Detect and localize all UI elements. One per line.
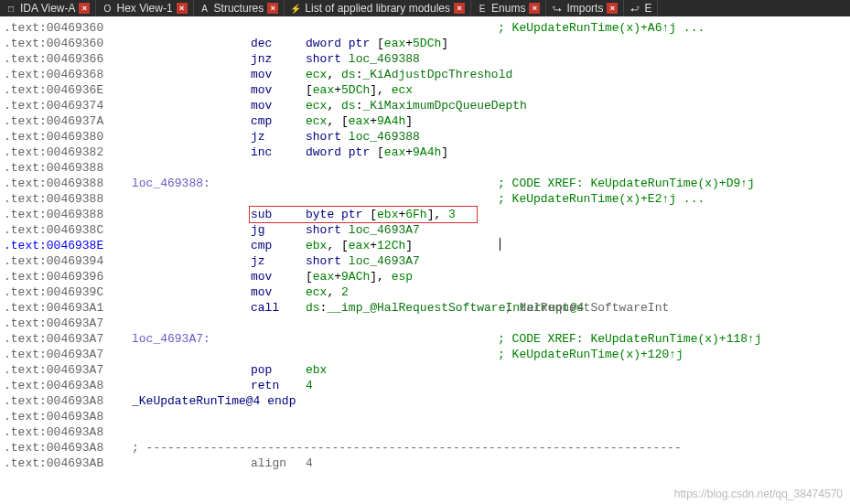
code-label: loc_469388: <box>132 176 251 191</box>
address: .text:00469396 <box>4 269 132 284</box>
operand: ds:__imp_@HalRequestSoftwareInterrupt@4 <box>306 300 498 316</box>
operand: short loc_4693A7 <box>306 253 498 269</box>
file-icon: □ <box>5 3 16 14</box>
code-line[interactable]: .text:004693A7 <box>4 316 850 331</box>
address: .text:0046939C <box>4 284 132 300</box>
operand: 4 <box>306 456 498 471</box>
close-icon[interactable]: × <box>454 3 465 14</box>
text-cursor <box>500 238 500 251</box>
code-line[interactable]: .text:004693A8 <box>4 409 850 424</box>
export-icon: ⮐ <box>629 3 640 14</box>
disassembly-view[interactable]: .text:00469360; KeUpdateRunTime(x)+A6↑j … <box>0 16 850 471</box>
code-line[interactable]: .text:004693A7popebx <box>4 362 850 378</box>
close-icon[interactable]: × <box>177 3 188 14</box>
mnemonic: align <box>251 456 306 471</box>
operand: ebx <box>306 362 498 378</box>
mnemonic: mov <box>251 82 306 98</box>
code-line[interactable]: .text:00469368movecx, ds:_KiAdjustDpcThr… <box>4 67 850 82</box>
operand: [eax+9ACh], esp <box>306 269 498 284</box>
address: .text:00469360 <box>4 36 132 51</box>
operand: short loc_469388 <box>306 129 498 145</box>
hex-icon: O <box>102 3 113 14</box>
code-line[interactable]: .text:00469388; KeUpdateRunTime(x)+E2↑j … <box>4 191 850 207</box>
comment: ; HalRequestSoftwareInt <box>498 300 669 316</box>
operand: 4 <box>306 378 498 393</box>
operand: short loc_469388 <box>306 51 498 67</box>
close-icon[interactable]: × <box>267 3 278 14</box>
operand: ecx, [eax+9A4h] <box>306 113 498 129</box>
list-icon: ⚡ <box>290 3 301 14</box>
mnemonic: mov <box>251 67 306 82</box>
code-line[interactable]: .text:00469388subbyte ptr [ebx+6Fh], 3 <box>4 207 850 222</box>
tab-bar: □IDA View-A × OHex View-1 × AStructures … <box>0 0 850 16</box>
operand: short loc_4693A7 <box>306 222 498 238</box>
tab-exports[interactable]: ⮐E <box>624 0 658 16</box>
separator: ; --------------------------------------… <box>132 440 682 456</box>
address: .text:004693A7 <box>4 316 132 331</box>
address: .text:0046937A <box>4 113 132 129</box>
address: .text:00469388 <box>4 160 132 176</box>
operand: [eax+5DCh], ecx <box>306 82 498 98</box>
close-icon[interactable]: × <box>607 3 618 14</box>
mnemonic: retn <box>251 378 306 393</box>
address: .text:0046936E <box>4 82 132 98</box>
code-line[interactable]: .text:00469360decdword ptr [eax+5DCh] <box>4 36 850 51</box>
code-line[interactable]: .text:004693A1callds:__imp_@HalRequestSo… <box>4 300 850 316</box>
mnemonic: cmp <box>251 113 306 129</box>
code-line[interactable]: .text:004693A8retn4 <box>4 378 850 393</box>
code-line[interactable]: .text:00469360; KeUpdateRunTime(x)+A6↑j … <box>4 20 850 36</box>
operand: ecx, ds:_KiMaximumDpcQueueDepth <box>306 98 498 113</box>
code-line[interactable]: .text:00469374movecx, ds:_KiMaximumDpcQu… <box>4 98 850 113</box>
tab-imports[interactable]: ⮑Imports × <box>546 0 624 16</box>
code-line[interactable]: .text:00469388loc_469388:; CODE XREF: Ke… <box>4 176 850 191</box>
close-icon[interactable]: × <box>529 3 540 14</box>
mnemonic: jz <box>251 129 306 145</box>
code-line[interactable]: .text:0046938Cjgshort loc_4693A7 <box>4 222 850 238</box>
address: .text:00469360 <box>4 20 132 36</box>
code-line[interactable]: .text:004693ABalign4 <box>4 456 850 471</box>
code-line[interactable]: .text:004693A8; ------------------------… <box>4 440 850 456</box>
import-icon: ⮑ <box>552 3 563 14</box>
operand: byte ptr [ebx+6Fh], 3 <box>306 207 498 222</box>
comment: ; KeUpdateRunTime(x)+A6↑j ... <box>498 20 705 36</box>
mnemonic: inc <box>251 145 306 160</box>
address: .text:004693A8 <box>4 393 132 409</box>
code-line[interactable]: .text:00469380jzshort loc_469388 <box>4 129 850 145</box>
code-line[interactable]: .text:00469366jnzshort loc_469388 <box>4 51 850 67</box>
address: .text:004693A8 <box>4 378 132 393</box>
tab-structures[interactable]: AStructures × <box>194 0 285 16</box>
comment: ; CODE XREF: KeUpdateRunTime(x)+118↑j <box>498 331 762 347</box>
code-line[interactable]: .text:0046937Acmpecx, [eax+9A4h] <box>4 113 850 129</box>
tab-ida-view[interactable]: □IDA View-A × <box>0 0 96 16</box>
operand: dword ptr [eax+5DCh] <box>306 36 498 51</box>
tab-library-modules[interactable]: ⚡List of applied library modules × <box>285 0 471 16</box>
address: .text:00469388 <box>4 191 132 207</box>
mnemonic: dec <box>251 36 306 51</box>
code-line[interactable]: .text:00469388 <box>4 160 850 176</box>
comment: ; KeUpdateRunTime(x)+E2↑j ... <box>498 191 705 207</box>
code-line[interactable]: .text:00469382incdword ptr [eax+9A4h] <box>4 145 850 160</box>
code-line[interactable]: .text:0046939Cmovecx, 2 <box>4 284 850 300</box>
address: .text:00469380 <box>4 129 132 145</box>
tab-enums[interactable]: EEnums × <box>471 0 546 16</box>
enum-icon: E <box>477 3 488 14</box>
operand: ecx, ds:_KiAdjustDpcThreshold <box>306 67 498 82</box>
code-line[interactable]: .text:004693A8 <box>4 424 850 440</box>
code-line[interactable]: .text:0046936Emov[eax+5DCh], ecx <box>4 82 850 98</box>
address: .text:00469382 <box>4 145 132 160</box>
code-line[interactable]: .text:004693A7loc_4693A7:; CODE XREF: Ke… <box>4 331 850 347</box>
code-line[interactable]: .text:0046938Ecmpebx, [eax+12Ch] <box>4 238 850 253</box>
code-line[interactable]: .text:00469394jzshort loc_4693A7 <box>4 253 850 269</box>
tab-hex-view[interactable]: OHex View-1 × <box>96 0 193 16</box>
address: .text:004693A7 <box>4 362 132 378</box>
address: .text:004693A7 <box>4 331 132 347</box>
code-line[interactable]: .text:004693A7; KeUpdateRunTime(x)+120↑j <box>4 347 850 362</box>
address: .text:00469368 <box>4 67 132 82</box>
address: .text:0046938E <box>4 238 132 253</box>
operand: ecx, 2 <box>306 284 498 300</box>
close-icon[interactable]: × <box>79 3 90 14</box>
code-line[interactable]: .text:004693A8_KeUpdateRunTime@4 endp <box>4 393 850 409</box>
operand: dword ptr [eax+9A4h] <box>306 145 498 160</box>
code-line[interactable]: .text:00469396mov[eax+9ACh], esp <box>4 269 850 284</box>
address: .text:00469388 <box>4 176 132 191</box>
